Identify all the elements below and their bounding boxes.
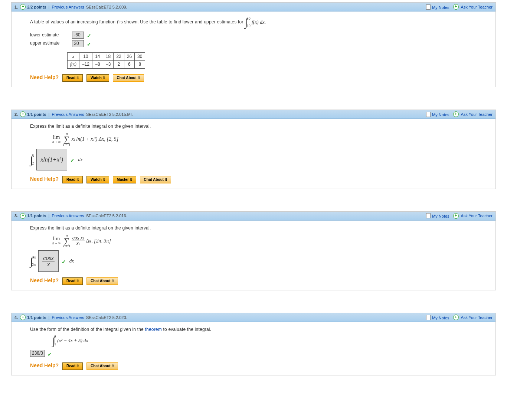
need-help-label: Need Help? Read It Chat About It bbox=[30, 362, 490, 370]
upper-estimate-label: upper estimate bbox=[30, 40, 71, 46]
prompt-text: Express the limit as a definite integral… bbox=[30, 123, 490, 130]
question-body: Express the limit as a definite integral… bbox=[12, 119, 495, 189]
values-table: x 10 14 18 22 26 30 f(x) −12 −8 −3 2 6 8 bbox=[67, 52, 145, 69]
previous-answers-link[interactable]: Previous Answers bbox=[52, 214, 84, 218]
question-header: 2. + 1/1 points | Previous Answers SEssC… bbox=[12, 110, 495, 119]
theorem-link[interactable]: theorem bbox=[145, 327, 162, 332]
read-it-button[interactable]: Read It bbox=[62, 277, 83, 285]
check-icon bbox=[48, 351, 53, 356]
my-notes-link[interactable]: My Notes bbox=[426, 112, 449, 117]
points-label: 1/1 points bbox=[27, 112, 46, 117]
check-icon bbox=[62, 258, 67, 264]
need-help-label: Need Help? Read It Chat About It bbox=[30, 277, 490, 285]
chat-about-it-button[interactable]: Chat About It bbox=[113, 74, 144, 82]
prompt-text: A table of values of an increasing funct… bbox=[30, 19, 266, 25]
ask-teacher-link[interactable]: Ask Your Teacher bbox=[461, 214, 493, 218]
ask-teacher-link[interactable]: Ask Your Teacher bbox=[461, 315, 493, 320]
expand-icon[interactable]: + bbox=[20, 4, 26, 10]
expand-icon[interactable]: + bbox=[453, 4, 459, 10]
source-label: SEssCalcET2 5.2.015.MI. bbox=[86, 112, 133, 117]
answer-box[interactable]: cosxx bbox=[38, 250, 58, 272]
need-help-label: Need Help? Read It Watch It Chat About I… bbox=[30, 74, 490, 82]
points-label: 2/2 points bbox=[27, 5, 46, 9]
question-number: 4. bbox=[14, 315, 18, 320]
expand-icon[interactable]: + bbox=[20, 315, 26, 320]
check-icon bbox=[87, 41, 92, 46]
source-label: SEssCalcET2 5.2.009. bbox=[86, 5, 127, 9]
answer-box[interactable]: xln(1+x²) bbox=[36, 149, 67, 170]
integral-expression: ∫ 3010 f(x) dx. bbox=[245, 16, 266, 29]
expand-icon[interactable]: + bbox=[453, 111, 459, 117]
answer-box[interactable]: 238/3 bbox=[30, 350, 45, 357]
chat-about-it-button[interactable]: Chat About It bbox=[86, 362, 118, 370]
question-3: 3. + 1/1 points | Previous Answers SEssC… bbox=[11, 211, 496, 291]
answer-integral: ∫ 52 xln(1+x²) dx bbox=[30, 149, 82, 170]
need-help-label: Need Help? Read It Watch It Master It Ch… bbox=[30, 176, 490, 183]
expand-icon[interactable]: + bbox=[453, 213, 459, 219]
ask-teacher-link[interactable]: Ask Your Teacher bbox=[461, 5, 493, 9]
source-label: SEssCalcET2 5.2.020. bbox=[86, 315, 127, 320]
question-header: 3. + 1/1 points | Previous Answers SEssC… bbox=[12, 212, 495, 221]
check-icon bbox=[70, 157, 75, 162]
previous-answers-link[interactable]: Previous Answers bbox=[52, 315, 84, 320]
question-2: 2. + 1/1 points | Previous Answers SEssC… bbox=[11, 110, 496, 189]
expand-icon[interactable]: + bbox=[453, 315, 459, 320]
limit-expression: limn→∞ n∑i = 1 cos xᵢxᵢ Δx, [2π, 3π] bbox=[52, 234, 490, 248]
master-it-button[interactable]: Master It bbox=[113, 176, 136, 183]
read-it-button[interactable]: Read It bbox=[62, 74, 83, 82]
points-label: 1/1 points bbox=[27, 214, 46, 218]
my-notes-link[interactable]: My Notes bbox=[426, 4, 449, 10]
answer-integral: ∫ 3π2π cosxx dx bbox=[30, 250, 74, 272]
question-header: 4. + 1/1 points | Previous Answers SEssC… bbox=[12, 313, 495, 322]
source-label: SEssCalcET2 5.2.016. bbox=[86, 214, 127, 218]
question-body: A table of values of an increasing funct… bbox=[12, 12, 495, 87]
previous-answers-link[interactable]: Previous Answers bbox=[52, 112, 84, 117]
question-number: 1. bbox=[14, 5, 18, 9]
previous-answers-link[interactable]: Previous Answers bbox=[52, 5, 84, 9]
question-body: Express the limit as a definite integral… bbox=[12, 221, 495, 290]
table-row: x 10 14 18 22 26 30 bbox=[68, 52, 145, 61]
lower-estimate-answer[interactable]: -60 bbox=[72, 32, 84, 39]
check-icon bbox=[87, 32, 92, 38]
question-4: 4. + 1/1 points | Previous Answers SEssC… bbox=[11, 313, 496, 375]
integral-expression: ∫ 81 (x² − 4x + 5) dx bbox=[52, 334, 88, 347]
prompt-text: Use the form of the definition of the in… bbox=[30, 326, 490, 333]
upper-estimate-answer[interactable]: 20 bbox=[72, 40, 84, 47]
my-notes-link[interactable]: My Notes bbox=[426, 213, 449, 218]
chat-about-it-button[interactable]: Chat About It bbox=[86, 277, 118, 285]
question-1: 1. + 2/2 points | Previous Answers SEssC… bbox=[11, 2, 496, 87]
expand-icon[interactable]: + bbox=[20, 111, 26, 117]
watch-it-button[interactable]: Watch It bbox=[86, 74, 109, 82]
question-header: 1. + 2/2 points | Previous Answers SEssC… bbox=[12, 3, 495, 12]
limit-expression: limn→∞ n∑i = 1 xᵢ ln(1 + xᵢ²) Δx, [2, 5] bbox=[52, 132, 490, 147]
watch-it-button[interactable]: Watch It bbox=[86, 176, 109, 183]
points-label: 1/1 points bbox=[27, 315, 46, 320]
lower-estimate-label: lower estimate bbox=[30, 32, 71, 38]
chat-about-it-button[interactable]: Chat About It bbox=[140, 176, 171, 183]
read-it-button[interactable]: Read It bbox=[62, 362, 83, 370]
question-body: Use the form of the definition of the in… bbox=[12, 322, 495, 375]
prompt-text: Express the limit as a definite integral… bbox=[30, 225, 490, 231]
expand-icon[interactable]: + bbox=[20, 213, 26, 219]
my-notes-link[interactable]: My Notes bbox=[426, 315, 449, 320]
table-row: f(x) −12 −8 −3 2 6 8 bbox=[68, 61, 145, 69]
ask-teacher-link[interactable]: Ask Your Teacher bbox=[461, 112, 493, 117]
question-number: 3. bbox=[14, 214, 18, 218]
read-it-button[interactable]: Read It bbox=[62, 176, 83, 183]
question-number: 2. bbox=[14, 112, 18, 117]
